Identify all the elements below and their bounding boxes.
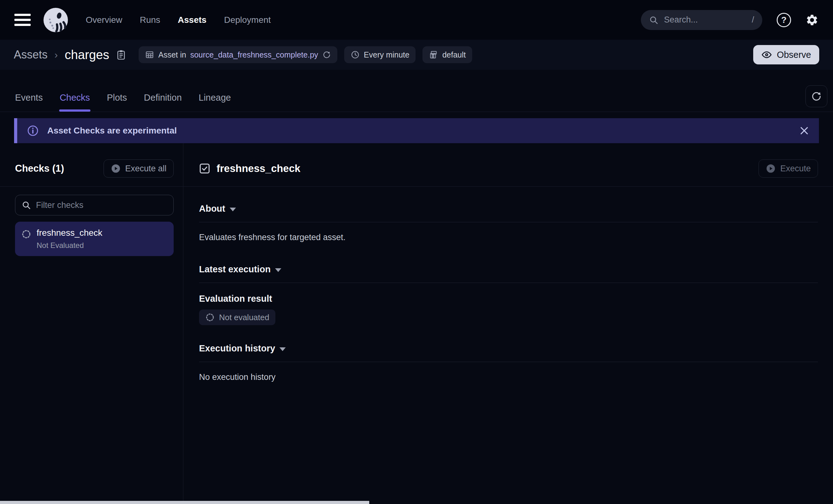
about-section-label: About xyxy=(199,204,225,214)
not-evaluated-dashed-circle-icon xyxy=(205,313,215,322)
evaluation-result-badge-label: Not evaluated xyxy=(219,313,269,322)
chevron-down-icon xyxy=(280,347,286,351)
info-icon xyxy=(27,124,39,137)
checks-count-title: Checks (1) xyxy=(15,163,64,174)
execution-history-label: Execution history xyxy=(199,343,275,354)
checks-content: Checks (1) Execute all freshness xyxy=(0,143,833,501)
checks-list-panel: Checks (1) Execute all freshness xyxy=(0,143,183,501)
evaluation-result-badge: Not evaluated xyxy=(199,309,276,325)
tab-events[interactable]: Events xyxy=(15,93,43,111)
nav-link-overview[interactable]: Overview xyxy=(86,15,122,25)
checks-list-body: freshness_check Not Evaluated xyxy=(0,187,183,256)
execute-all-label: Execute all xyxy=(125,164,166,174)
latest-execution-toggle[interactable]: Latest execution xyxy=(199,264,818,275)
execute-all-button[interactable]: Execute all xyxy=(103,159,174,178)
check-detail-header: freshness_check Execute xyxy=(183,143,833,187)
play-circle-icon xyxy=(766,163,776,174)
check-item-status: Not Evaluated xyxy=(37,241,102,250)
help-icon[interactable]: ? xyxy=(777,13,791,27)
nav-link-runs[interactable]: Runs xyxy=(140,15,160,25)
asset-source-file-link[interactable]: source_data_freshness_complete.py xyxy=(190,50,318,59)
tab-checks[interactable]: Checks xyxy=(60,93,90,111)
refresh-button[interactable] xyxy=(806,85,827,107)
group-tag-label: default xyxy=(442,50,466,59)
search-icon xyxy=(22,200,31,210)
table-icon xyxy=(145,50,154,59)
nav-link-assets[interactable]: Assets xyxy=(178,15,207,25)
breadcrumb-separator: › xyxy=(54,49,58,61)
section-divider xyxy=(199,283,818,283)
eye-icon xyxy=(761,49,772,60)
tab-plots[interactable]: Plots xyxy=(107,93,127,111)
evaluation-result-label: Evaluation result xyxy=(199,294,818,304)
repo-grid-icon xyxy=(429,50,438,59)
nav-link-deployment[interactable]: Deployment xyxy=(224,15,271,25)
top-nav: Overview Runs Assets Deployment Search..… xyxy=(0,0,833,40)
chevron-down-icon xyxy=(275,268,281,272)
primary-nav-links: Overview Runs Assets Deployment xyxy=(86,15,271,25)
page-title: charges xyxy=(65,48,109,62)
search-shortcut-hint: / xyxy=(752,15,754,25)
chevron-down-icon xyxy=(230,208,236,211)
check-detail-panel: freshness_check Execute About Evaluates … xyxy=(183,143,833,501)
checkbox-check-icon xyxy=(198,162,211,175)
clock-icon xyxy=(351,50,360,59)
play-circle-icon xyxy=(111,163,121,174)
asset-tabs-row: Events Checks Plots Definition Lineage xyxy=(0,70,833,112)
check-detail-title: freshness_check xyxy=(217,162,301,174)
about-section-toggle[interactable]: About xyxy=(199,204,818,214)
search-icon xyxy=(649,15,659,25)
close-icon[interactable] xyxy=(799,125,810,136)
execute-button[interactable]: Execute xyxy=(759,159,818,178)
filter-checks-input[interactable] xyxy=(35,200,167,210)
schedule-tag-label: Every minute xyxy=(364,50,410,59)
section-divider xyxy=(199,362,818,362)
observe-button-label: Observe xyxy=(777,50,811,60)
asset-header-row: Assets › charges Asset in source_data_fr… xyxy=(0,40,833,70)
dagster-logo-icon[interactable] xyxy=(43,7,68,32)
execution-history-toggle[interactable]: Execution history xyxy=(199,343,818,354)
check-item-name: freshness_check xyxy=(37,228,102,238)
check-detail-title-row: freshness_check xyxy=(198,162,301,175)
asset-source-tag: Asset in source_data_freshness_complete.… xyxy=(139,46,337,63)
asset-source-prefix: Asset in xyxy=(158,50,186,59)
search-placeholder: Search... xyxy=(664,15,698,25)
reload-icon[interactable] xyxy=(322,50,331,59)
section-divider xyxy=(199,222,818,222)
asset-tag-group: Asset in source_data_freshness_complete.… xyxy=(139,46,472,63)
schedule-tag[interactable]: Every minute xyxy=(344,46,416,63)
horizontal-scrollbar[interactable] xyxy=(0,501,369,504)
about-description: Evaluates freshness for targeted asset. xyxy=(199,233,818,242)
tab-lineage[interactable]: Lineage xyxy=(199,93,231,111)
execute-button-label: Execute xyxy=(780,164,811,174)
execution-history-empty: No execution history xyxy=(199,372,818,382)
group-tag[interactable]: default xyxy=(423,46,472,63)
observe-button[interactable]: Observe xyxy=(753,45,819,65)
asset-tabs: Events Checks Plots Definition Lineage xyxy=(15,93,231,111)
latest-execution-label: Latest execution xyxy=(199,264,271,275)
nav-right-cluster: Search... / ? xyxy=(641,10,818,30)
check-detail-body: About Evaluates freshness for targeted a… xyxy=(183,187,833,382)
menu-hamburger-icon[interactable] xyxy=(15,14,31,26)
gear-icon[interactable] xyxy=(806,14,818,27)
checks-list-header: Checks (1) Execute all xyxy=(0,143,183,187)
not-evaluated-dashed-circle-icon xyxy=(21,229,31,250)
banner-message: Asset Checks are experimental xyxy=(47,126,177,136)
tab-definition[interactable]: Definition xyxy=(144,93,182,111)
experimental-banner: Asset Checks are experimental xyxy=(14,118,819,143)
filter-checks-field xyxy=(15,195,174,216)
copy-clipboard-icon[interactable] xyxy=(116,49,127,60)
global-search-input[interactable]: Search... / xyxy=(641,10,762,30)
check-list-item-selected[interactable]: freshness_check Not Evaluated xyxy=(15,222,174,256)
breadcrumb-assets-link[interactable]: Assets xyxy=(14,48,48,61)
